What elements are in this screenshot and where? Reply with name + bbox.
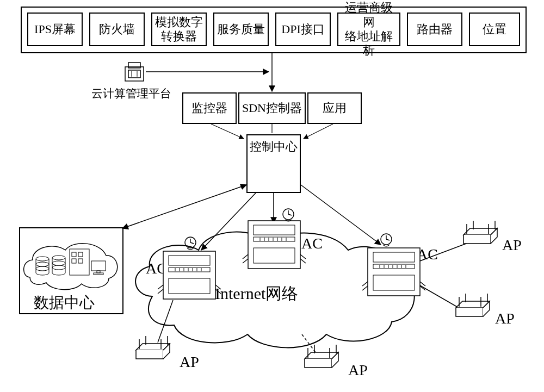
svg-rect-7 [169, 267, 210, 272]
svg-line-54 [420, 282, 425, 286]
ap-device-4 [463, 221, 497, 244]
svg-point-56 [381, 234, 392, 245]
svg-rect-2 [128, 70, 140, 78]
arrow-app-to-cc [304, 124, 333, 139]
svg-rect-6 [169, 256, 210, 265]
app-box: 应用 [307, 92, 362, 124]
svg-point-38 [283, 209, 294, 220]
data-plane-label-1: 数据平面 [172, 284, 207, 295]
clock-icon-2 [283, 209, 294, 221]
ap-label-1: AP [180, 353, 199, 371]
svg-line-22 [190, 242, 194, 244]
ap-device-2 [305, 345, 338, 368]
svg-line-37 [300, 259, 306, 263]
top-item-qos: 服务质量 [213, 13, 269, 46]
control-center-box: 控制中心 [246, 134, 301, 193]
svg-line-36 [300, 254, 306, 259]
top-item-nat: 运营商级网 络地址解析 [337, 13, 400, 46]
ac-label-3: AC [417, 246, 438, 263]
svg-line-55 [420, 286, 425, 290]
clock-icon-1 [185, 237, 196, 250]
ap-label-4: AP [502, 237, 522, 254]
ac-label-1: AC [146, 260, 167, 277]
data-plane-label-3: 数据平面 [376, 281, 411, 292]
top-item-adc: 模拟数字 转换器 [151, 13, 207, 46]
svg-line-17 [158, 289, 163, 294]
top-item-location: 位置 [469, 13, 520, 46]
line-ac3-ap3 [420, 285, 462, 310]
svg-rect-25 [254, 237, 295, 241]
arrow-monitor-to-cc [211, 124, 244, 139]
svg-line-35 [243, 259, 248, 263]
svg-line-58 [386, 239, 390, 240]
top-item-ips: IPS屏幕 [27, 13, 83, 46]
data-center-label: 数据中心 [34, 293, 95, 313]
line-cloud-ap2 [302, 334, 316, 352]
svg-line-52 [362, 282, 368, 286]
arrow-cc-to-datacenter [122, 185, 246, 228]
ap-device-3 [456, 294, 490, 316]
cloud-mgmt-label: 云计算管理平台 [91, 86, 171, 101]
svg-rect-24 [254, 225, 295, 235]
line-ac1-ap1 [158, 300, 173, 343]
ap-label-2: AP [348, 362, 368, 379]
internet-label: Internet网络 [215, 283, 298, 305]
top-item-firewall: 防火墙 [89, 13, 145, 46]
svg-line-16 [158, 285, 163, 289]
svg-rect-43 [373, 264, 415, 269]
svg-line-40 [288, 214, 292, 215]
ap-label-3: AP [495, 310, 515, 327]
ap-device-1 [136, 336, 170, 359]
svg-rect-42 [373, 252, 415, 262]
top-item-router: 路由器 [407, 13, 462, 46]
cloud-mgmt-icon [125, 63, 144, 81]
data-plane-label-2: 数据平面 [257, 253, 292, 265]
svg-point-20 [185, 237, 196, 248]
svg-rect-1 [128, 63, 140, 68]
svg-rect-0 [125, 67, 144, 81]
svg-line-34 [243, 254, 248, 259]
clock-icon-3 [381, 234, 392, 246]
svg-line-53 [362, 286, 368, 290]
top-item-dpi: DPI接口 [275, 13, 331, 46]
monitor-box: 监控器 [182, 92, 237, 124]
sdn-box: SDN控制器 [238, 92, 306, 124]
arrow-cc-to-ac1 [201, 193, 256, 250]
ac-label-2: AC [301, 235, 323, 252]
